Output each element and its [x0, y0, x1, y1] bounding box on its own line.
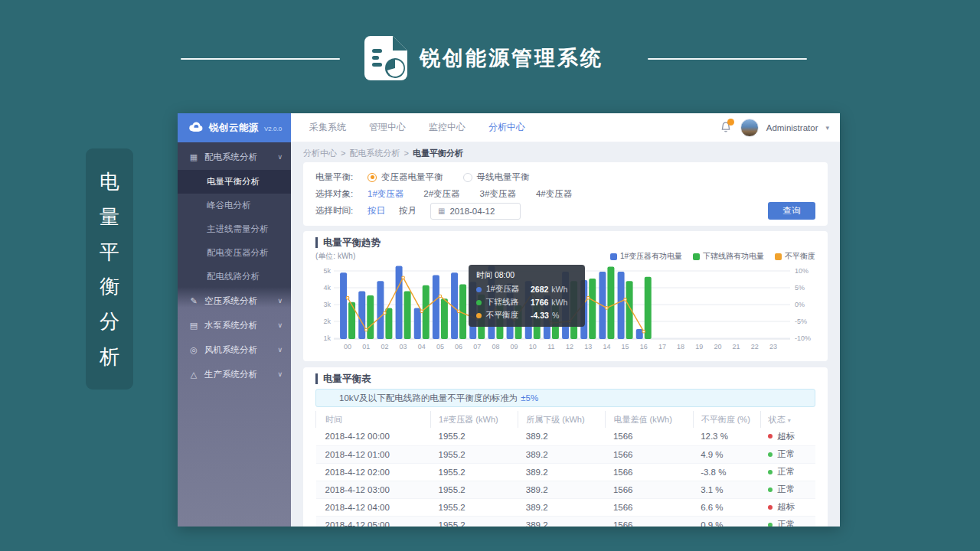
svg-text:5%: 5%	[795, 284, 805, 292]
sidebar-item-link[interactable]: ✎空压系统分析∨	[178, 289, 291, 313]
svg-text:12: 12	[566, 343, 573, 350]
svg-text:18: 18	[677, 343, 684, 350]
side-label-char: 分	[100, 311, 119, 331]
trend-card: 电量平衡趋势 (单位: kWh) 1#变压器有功电量下辖线路有功电量不平衡度 5…	[303, 231, 828, 361]
side-label-char: 平	[100, 242, 119, 262]
user-area: Administrator ▾	[719, 119, 829, 137]
sidebar-item-link[interactable]: 配电变压器分析	[178, 241, 291, 265]
tooltip-unit: %	[552, 311, 559, 320]
query-button[interactable]: 查询	[768, 202, 815, 220]
cell-transformer: 1955.2	[431, 516, 518, 527]
slide-background: 锐创能源管理系统 电量平衡分析 锐创云能源 V2.0.0	[0, 0, 980, 551]
chevron-down-icon: ∨	[277, 321, 283, 329]
chevron-down-icon: ∨	[277, 297, 283, 305]
object-option[interactable]: 3#变压器	[480, 188, 516, 200]
sidebar-item-link[interactable]: ▤水泵系统分析∨	[178, 313, 291, 337]
tooltip-row: 不平衡度-4.33%	[476, 310, 577, 321]
svg-text:16: 16	[640, 343, 648, 350]
svg-text:01: 01	[362, 343, 370, 350]
chevron-down-icon[interactable]: ▾	[825, 124, 829, 132]
top-nav-监控中心[interactable]: 监控中心	[429, 121, 466, 134]
sidebar-item-label: 配电变压器分析	[207, 247, 269, 259]
warning-icon: △	[188, 370, 199, 380]
legend-label: 下辖线路有功电量	[703, 251, 764, 262]
svg-text:13: 13	[584, 343, 592, 350]
balance-type-row: 电量平衡: 变压器电量平衡母线电量平衡	[315, 170, 815, 184]
sidebar: 锐创云能源 V2.0.0 ▦配电系统分析∨电量平衡分析峰谷电分析主进线需量分析配…	[178, 113, 291, 527]
cell-diff: 1566	[606, 498, 693, 516]
tooltip-unit: kWh	[551, 285, 567, 294]
sidebar-item-link[interactable]: 峰谷电分析	[178, 194, 291, 217]
grid-icon: ▦	[188, 152, 199, 162]
balance-type-label: 电量平衡:	[315, 171, 368, 183]
balance-radio[interactable]: 变压器电量平衡	[368, 171, 443, 183]
sidebar-item-link[interactable]: 主进线需量分析	[178, 217, 291, 241]
balance-table-card: 电量平衡表 10kV及以下配电线路的电量不平衡度的标准为 ±5% 时间1#变压器…	[303, 367, 828, 527]
status-dot	[768, 470, 773, 474]
cell-transformer: 1955.2	[431, 445, 518, 463]
time-mode-option[interactable]: 按日	[368, 205, 385, 217]
status-text: 超标	[777, 501, 795, 513]
cell-transformer: 1955.2	[431, 481, 518, 498]
tooltip-series-dot	[476, 300, 482, 305]
status-dot	[768, 452, 773, 457]
cell-time: 2018-4-12 04:00	[316, 498, 431, 516]
filter-panel: 电量平衡: 变压器电量平衡母线电量平衡 选择对象: 1#变压器2#变压器3#变压…	[303, 162, 828, 226]
sidebar-item-label: 配电线路分析	[207, 271, 260, 282]
top-nav-管理中心[interactable]: 管理中心	[369, 121, 406, 134]
top-nav-采集系统[interactable]: 采集系统	[309, 121, 346, 134]
avatar[interactable]	[740, 119, 759, 137]
sidebar-item-link[interactable]: ▦配电系统分析∨	[178, 144, 291, 170]
cell-status: 正常	[760, 463, 815, 481]
svg-text:09: 09	[511, 343, 518, 350]
table-row: 2018-4-12 04:001955.2389.215666.6 %超标	[316, 498, 816, 516]
legend-label: 不平衡度	[785, 251, 815, 262]
tooltip-rows: 1#变压器2682kWh下辖线路1766kWh不平衡度-4.33%	[476, 284, 577, 321]
sidebar-item-label: 主进线需量分析	[207, 223, 269, 235]
column-header[interactable]: 状态▾	[760, 411, 815, 428]
date-picker[interactable]: ▦ 2018-04-12	[430, 203, 521, 220]
cell-time: 2018-4-12 02:00	[316, 463, 431, 481]
object-option[interactable]: 4#变压器	[536, 188, 572, 200]
balance-radio[interactable]: 母线电量平衡	[463, 171, 530, 183]
cell-transformer: 1955.2	[431, 428, 518, 445]
cell-imbalance: 6.6 %	[693, 498, 760, 516]
legend-item: 下辖线路有功电量	[693, 251, 764, 262]
table-row: 2018-4-12 03:001955.2389.215663.1 %正常	[316, 481, 816, 498]
sidebar-item-link[interactable]: ◎风机系统分析∨	[178, 337, 291, 362]
svg-text:2k: 2k	[323, 318, 331, 325]
sidebar-item-active[interactable]: 电量平衡分析	[178, 170, 291, 194]
sidebar-item-label: 水泵系统分析	[204, 320, 257, 331]
cell-lower: 389.2	[518, 445, 606, 463]
breadcrumb-item: 电量平衡分析	[413, 148, 463, 159]
notification-bell-icon[interactable]	[719, 121, 733, 135]
time-mode-option[interactable]: 按月	[399, 205, 416, 217]
status-dot	[768, 505, 773, 510]
app-logo[interactable]: 锐创云能源 V2.0.0	[178, 113, 291, 142]
breadcrumb-item[interactable]: 分析中心	[303, 148, 337, 159]
sidebar-item-link[interactable]: 配电线路分析	[178, 265, 291, 289]
legend-swatch	[693, 253, 700, 260]
top-nav-分析中心[interactable]: 分析中心	[488, 121, 525, 134]
tooltip-series-dot	[476, 313, 482, 318]
svg-text:21: 21	[733, 343, 740, 350]
object-option[interactable]: 2#变压器	[423, 188, 459, 200]
cell-time: 2018-4-12 01:00	[316, 445, 431, 463]
legend-label: 1#变压器有功电量	[620, 251, 682, 262]
edit-icon: ✎	[188, 296, 199, 306]
calendar-icon: ▦	[438, 207, 445, 215]
filter-caret-icon: ▾	[788, 417, 791, 424]
status-badge: 超标	[768, 501, 815, 513]
top-nav-items: 采集系统管理中心监控中心分析中心	[309, 121, 548, 134]
svg-text:05: 05	[436, 343, 444, 350]
sidebar-item-link[interactable]: △生产系统分析∨	[178, 362, 291, 386]
object-option[interactable]: 1#变压器	[368, 188, 403, 200]
cell-diff: 1566	[606, 463, 693, 481]
svg-text:02: 02	[381, 343, 388, 350]
cell-status: 正常	[760, 481, 815, 498]
sidebar-item-label: 生产系统分析	[204, 369, 257, 380]
breadcrumb-item[interactable]: 配电系统分析	[349, 148, 400, 159]
side-label-char: 量	[100, 207, 119, 227]
cell-lower: 389.2	[518, 516, 606, 527]
table-row: 2018-4-12 01:001955.2389.215664.9 %正常	[316, 445, 816, 463]
